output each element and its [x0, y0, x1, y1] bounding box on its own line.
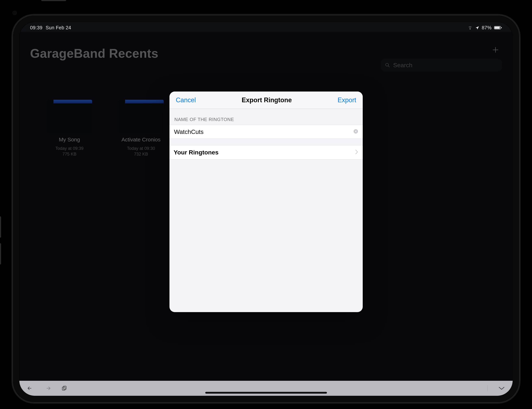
ringtone-name-row[interactable]	[170, 125, 363, 139]
svg-rect-6	[63, 386, 66, 389]
location-icon	[475, 26, 479, 30]
section-header: NAME OF THE RINGTONE	[170, 109, 363, 125]
your-ringtones-label: Your Ringtones	[174, 149, 219, 156]
svg-rect-2	[501, 27, 502, 28]
undo-icon[interactable]	[27, 386, 34, 391]
status-time: 09:39	[30, 25, 42, 31]
battery-icon	[494, 26, 502, 30]
camera-dot	[12, 11, 17, 15]
svg-rect-5	[62, 387, 65, 390]
status-date: Sun Feb 24	[46, 25, 71, 31]
copy-icon[interactable]	[62, 386, 67, 391]
home-indicator	[205, 392, 327, 394]
toolbar-separator	[487, 385, 488, 391]
cancel-button[interactable]: Cancel	[176, 96, 196, 104]
wifi-icon	[467, 26, 473, 30]
export-ringtone-sheet: Cancel Export Ringtone Export NAME OF TH…	[170, 91, 363, 312]
export-button[interactable]: Export	[337, 96, 356, 104]
side-button-top	[41, 0, 66, 1]
chevron-down-icon[interactable]	[498, 386, 505, 391]
sheet-title: Export Ringtone	[242, 96, 292, 104]
chevron-right-icon	[355, 149, 358, 155]
battery-percent: 87%	[482, 25, 492, 31]
your-ringtones-row[interactable]: Your Ringtones	[170, 145, 363, 159]
ringtone-name-input[interactable]	[174, 128, 353, 136]
svg-rect-1	[494, 27, 500, 29]
clear-text-icon[interactable]	[353, 129, 358, 135]
volume-up-button	[0, 216, 1, 238]
redo-icon[interactable]	[44, 386, 51, 391]
status-bar: 09:39 Sun Feb 24 87%	[30, 24, 502, 32]
volume-down-button	[0, 243, 1, 264]
ipad-frame: 09:39 Sun Feb 24 87%	[0, 0, 532, 409]
